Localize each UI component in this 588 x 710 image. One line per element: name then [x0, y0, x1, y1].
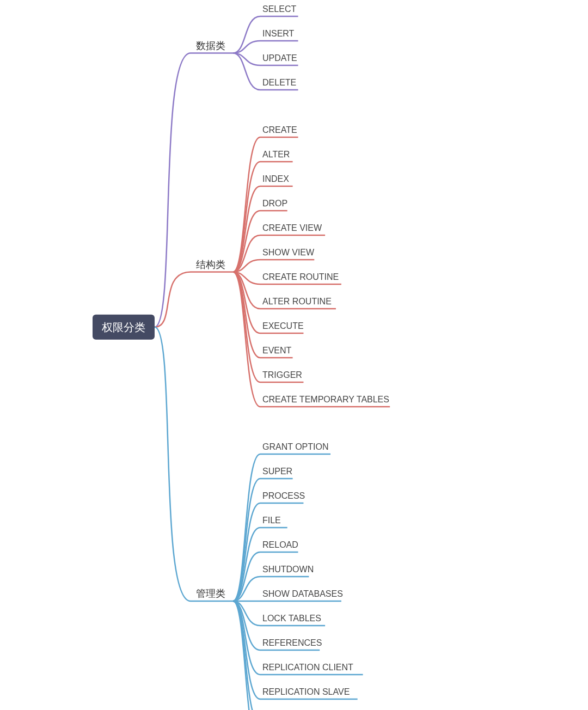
leaf-data-0: SELECT	[262, 4, 296, 14]
leaf-data-3: DELETE	[262, 78, 296, 87]
mindmap-diagram: 权限分类数据类SELECTINSERTUPDATEDELETE结构类CREATE…	[0, 0, 588, 710]
branch-root-data	[155, 53, 191, 327]
leaf-admin-6: SHOW DATABASES	[262, 589, 343, 598]
leaf-admin-1: SUPER	[262, 467, 292, 476]
leaf-structure-1: ALTER	[262, 150, 290, 159]
leaf-structure-4: CREATE VIEW	[262, 223, 322, 232]
cat-label-admin: 管理类	[196, 588, 225, 599]
branch-admin-9	[233, 601, 260, 675]
branch-data-0	[233, 16, 260, 53]
branch-root-admin	[155, 327, 191, 601]
leaf-structure-0: CREATE	[262, 125, 297, 134]
root-node: 权限分类	[93, 315, 155, 340]
root-label: 权限分类	[101, 321, 145, 333]
leaf-admin-7: LOCK TABLES	[262, 614, 321, 623]
cat-label-structure: 结构类	[196, 259, 225, 270]
leaf-structure-9: EVENT	[262, 346, 292, 355]
leaf-structure-3: DROP	[262, 199, 287, 208]
leaf-structure-6: CREATE ROUTINE	[262, 272, 339, 281]
branch-structure-10	[233, 272, 260, 383]
branch-admin-3	[233, 528, 260, 601]
leaf-admin-0: GRANT OPTION	[262, 442, 329, 451]
branch-data-3	[233, 53, 260, 90]
leaf-admin-4: RELOAD	[262, 540, 298, 549]
leaf-admin-3: FILE	[262, 516, 281, 525]
leaf-data-2: UPDATE	[262, 53, 297, 63]
leaf-structure-7: ALTER ROUTINE	[262, 297, 332, 306]
leaf-data-1: INSERT	[262, 29, 295, 38]
leaf-admin-8: REFERENCES	[262, 638, 322, 647]
leaf-structure-5: SHOW VIEW	[262, 248, 315, 257]
leaf-structure-10: TRIGGER	[262, 370, 302, 380]
leaf-structure-8: EXECUTE	[262, 321, 304, 330]
cat-label-data: 数据类	[196, 40, 225, 51]
leaf-structure-2: INDEX	[262, 174, 289, 183]
branch-structure-1	[233, 162, 260, 272]
leaf-admin-9: REPLICATION CLIENT	[262, 663, 353, 672]
leaf-admin-10: REPLICATION SLAVE	[262, 687, 350, 696]
leaf-admin-5: SHUTDOWN	[262, 565, 314, 574]
leaf-admin-2: PROCESS	[262, 491, 305, 500]
leaf-structure-11: CREATE TEMPORARY TABLES	[262, 395, 389, 404]
